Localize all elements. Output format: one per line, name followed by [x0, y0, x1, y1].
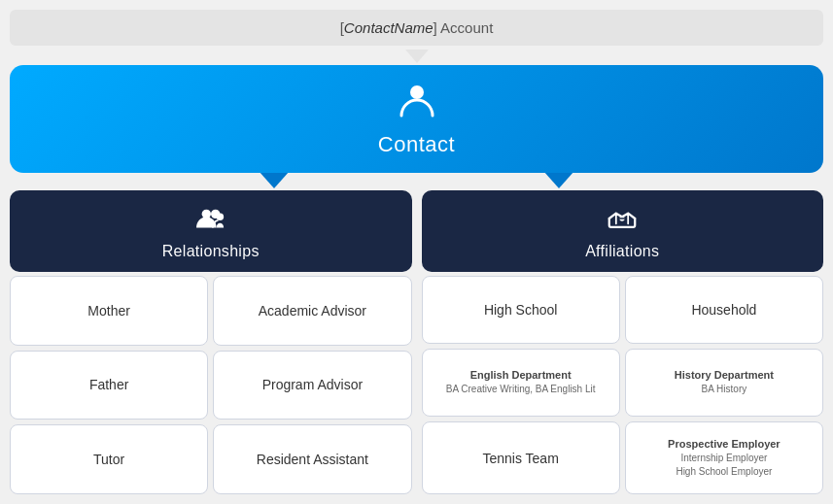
cell-text: Tutor — [93, 452, 124, 467]
cell-text: Mother — [87, 303, 130, 319]
contact-arrows — [10, 171, 823, 188]
cell-sub: BA Creative Writing, BA English Lit — [446, 383, 596, 396]
relationships-panel: Relationships Mother Academic Advisor Fa… — [10, 190, 412, 494]
list-item: Tutor — [10, 424, 208, 494]
cell-text: Program Advisor — [262, 377, 363, 392]
contact-person-icon — [10, 83, 823, 128]
list-item: High School — [422, 276, 620, 344]
list-item: Tennis Team — [422, 421, 620, 494]
affiliations-grid: High School Household English Department… — [422, 276, 824, 494]
cell-text: Academic Advisor — [259, 303, 366, 319]
list-item: English Department BA Creative Writing, … — [422, 349, 620, 417]
list-item: Academic Advisor — [213, 276, 411, 346]
affiliations-header: Affiliations — [422, 190, 824, 272]
list-item: Program Advisor — [213, 351, 411, 420]
cell-text: Resident Assistant — [257, 452, 368, 467]
list-item: Father — [10, 351, 208, 420]
cell-sub: Internship EmployerHigh School Employer — [676, 452, 772, 479]
list-item: History Department BA History — [625, 349, 823, 417]
bottom-row: Relationships Mother Academic Advisor Fa… — [10, 190, 823, 494]
arrow-to-affiliations — [543, 171, 574, 188]
list-item: Resident Assistant — [213, 424, 411, 494]
svg-point-3 — [216, 213, 224, 220]
cell-text: High School — [484, 302, 558, 318]
list-item: Prospective Employer Internship Employer… — [625, 421, 823, 494]
arrow-to-relationships — [259, 171, 290, 188]
contact-card: Contact — [10, 65, 823, 173]
account-arrow — [405, 50, 429, 63]
handshake-icon — [607, 204, 637, 237]
cell-sub-bold: English Department — [470, 369, 572, 381]
relationships-grid: Mother Academic Advisor Father Program A… — [10, 276, 412, 494]
list-item: Household — [625, 276, 823, 344]
affiliations-panel: Affiliations High School Household Engli… — [422, 190, 824, 494]
contact-label: Contact — [378, 132, 455, 156]
contact-name-placeholder: ContactName — [344, 19, 434, 36]
svg-point-0 — [410, 85, 424, 99]
cell-sub-bold: History Department — [675, 369, 774, 381]
account-bar: [ContactName] Account — [10, 10, 823, 46]
cell-text: Tennis Team — [482, 451, 558, 466]
relationships-label: Relationships — [162, 243, 260, 260]
affiliations-label: Affiliations — [585, 243, 659, 260]
cell-sub-bold: Prospective Employer — [668, 438, 781, 450]
account-label: Account — [440, 19, 493, 36]
cell-sub: BA History — [702, 383, 747, 396]
relationships-header: Relationships — [10, 190, 412, 272]
list-item: Mother — [10, 276, 208, 346]
people-icon — [196, 204, 226, 237]
cell-text: Household — [691, 302, 756, 318]
cell-text: Father — [89, 377, 128, 392]
